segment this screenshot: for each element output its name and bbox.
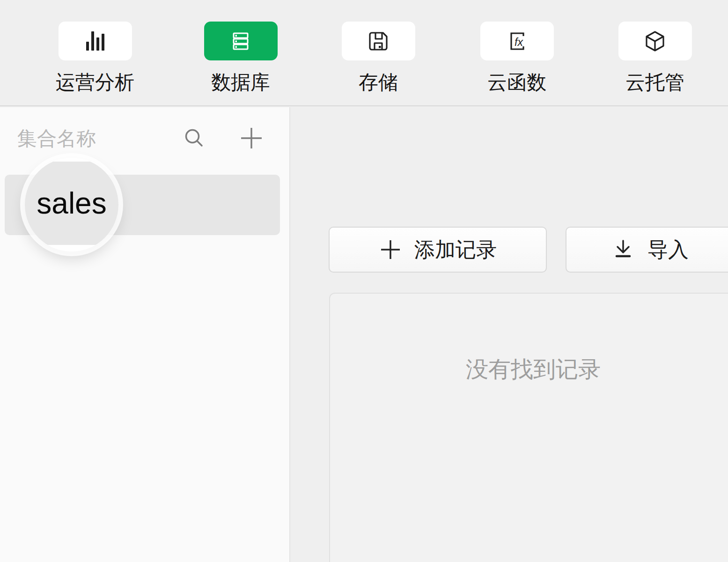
tab-database[interactable]: 数据库: [194, 22, 287, 92]
cube-icon: [642, 28, 668, 54]
tab-cloud-functions[interactable]: fx 云函数: [470, 22, 564, 92]
floppy-disk-icon: [365, 28, 391, 54]
top-toolbar: 运营分析 数据库: [0, 0, 728, 106]
add-collection-button[interactable]: [239, 126, 264, 151]
cloud-console-window: 运营分析 数据库: [0, 0, 728, 562]
fx-function-icon: fx: [504, 28, 530, 54]
tab-operations-analytics[interactable]: 运营分析: [48, 22, 142, 92]
tab-icon-box: [59, 22, 132, 60]
add-record-button[interactable]: 添加记录: [329, 227, 547, 273]
records-main-area: 添加记录 导入 没有找到记录: [291, 107, 728, 562]
tab-icon-box: fx: [480, 22, 554, 60]
tab-label: 云函数: [487, 73, 546, 92]
search-icon: [182, 126, 207, 151]
download-icon: [611, 237, 635, 262]
database-icon: [228, 28, 254, 54]
svg-text:fx: fx: [515, 36, 523, 48]
loupe-magnified-text: sales: [37, 186, 106, 221]
add-record-label: 添加记录: [414, 236, 497, 264]
tab-storage[interactable]: 存储: [331, 22, 425, 92]
plus-icon: [239, 126, 264, 151]
import-button[interactable]: 导入: [566, 227, 728, 273]
tab-icon-box: [342, 22, 415, 60]
tab-cloud-hosting[interactable]: 云托管: [608, 22, 702, 92]
collections-sidebar: 集合名称 sales sales: [0, 107, 290, 562]
tab-icon-box-active: [204, 22, 278, 60]
tab-label: 运营分析: [56, 73, 134, 92]
plus-icon: [379, 238, 402, 261]
tab-label: 数据库: [211, 73, 270, 92]
import-label: 导入: [647, 236, 689, 264]
tab-icon-box: [618, 22, 692, 60]
empty-state-text: 没有找到记录: [330, 294, 728, 385]
bar-chart-icon: [84, 30, 106, 52]
collection-search-placeholder: 集合名称: [17, 129, 96, 148]
search-collection-button[interactable]: [182, 126, 207, 151]
records-empty-panel: 没有找到记录: [329, 293, 728, 562]
tab-label: 云托管: [625, 73, 684, 92]
magnifier-loupe-overlay: sales: [25, 158, 118, 251]
tab-label: 存储: [359, 73, 398, 92]
